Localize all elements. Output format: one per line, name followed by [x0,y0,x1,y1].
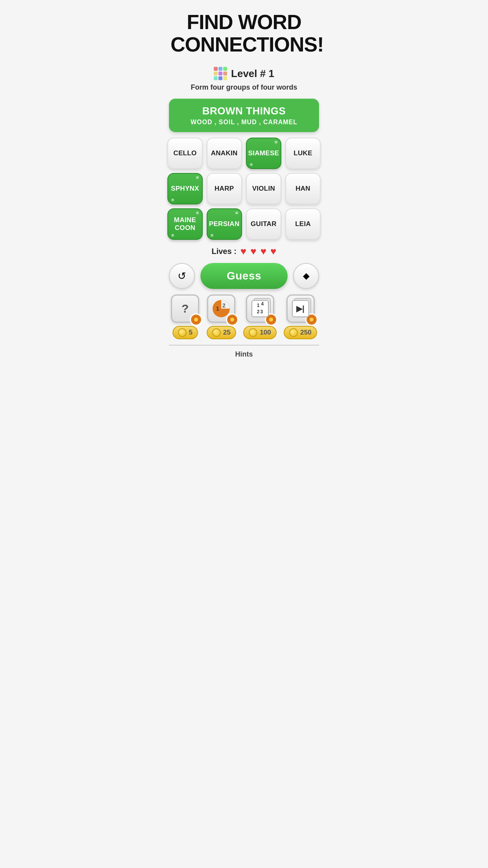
tile-leia[interactable]: LEIA [285,208,321,240]
tile-anakin[interactable]: ANAKIN [207,138,242,169]
tile-harp[interactable]: HARP [207,173,242,204]
tile-cello-label: CELLO [173,149,196,157]
tile-harp-label: HARP [215,185,234,193]
grid-cell-2 [218,67,222,71]
lives-row: Lives : ♥ ♥ ♥ ♥ [163,245,325,257]
hint-reveal[interactable]: ? 5 [171,294,199,339]
svg-text:2: 2 [222,302,226,309]
hint-skip[interactable]: ▶| 250 [284,294,317,339]
tile-siamese-label: SIAMESE [248,149,279,157]
tile-persian[interactable]: PERSIAN [207,208,242,240]
level-row: Level # 1 [163,67,325,80]
tile-maine-coon-label: MAINE COON [174,216,196,232]
guess-button[interactable]: Guess [200,263,288,289]
tile-sphynx-label: SPHYNX [171,185,199,193]
grid-cell-5 [218,72,222,75]
erase-button[interactable]: ◆ [293,263,319,289]
tile-siamese[interactable]: SIAMESE [246,138,282,169]
shuffle-icon: ↺ [178,270,186,282]
hint-reveal-cost: 5 [172,326,198,339]
hint-numgrid[interactable]: 1 4 2 3 [243,294,276,339]
hint-skip-cost: 250 [284,326,317,339]
tile-violin[interactable]: VIOLIN [246,173,282,204]
hint-pie-cost: 25 [207,326,236,339]
svg-point-6 [230,318,234,322]
tile-violin-label: VIOLIN [252,185,275,193]
completed-category-banner: BROWN THINGS WOOD , SOIL , MUD , CARAMEL [169,99,319,132]
svg-point-1 [194,318,198,322]
hint-reveal-cost-label: 5 [189,329,193,337]
level-grid-icon [214,67,227,80]
svg-point-10 [310,318,314,322]
heart-1: ♥ [240,245,246,257]
tile-guitar-label: GUITAR [251,220,277,228]
coin-icon-2 [212,328,221,337]
grid-cell-4 [214,72,218,75]
tile-guitar[interactable]: GUITAR [246,208,282,240]
hint-pie-cost-label: 25 [223,329,231,337]
tile-anakin-label: ANAKIN [211,149,238,157]
hint-pie-badge [226,313,238,326]
hint-pie[interactable]: 1 2 25 [207,294,236,339]
grid-cell-3 [223,67,227,71]
hints-section-label: Hints [163,350,325,359]
coin-icon-1 [178,328,187,337]
grid-cell-8 [218,76,222,80]
action-row: ↺ Guess ◆ [169,263,319,289]
coin-icon-4 [289,328,298,337]
word-grid: CELLO ANAKIN SIAMESE LUKE SPHYNX HARP VI… [167,138,321,240]
tile-maine-coon[interactable]: MAINE COON [167,208,203,240]
grid-cell-6 [223,72,227,75]
page-container: FIND WORD CONNECTIONS! Level # 1 Form fo… [163,0,325,359]
hint-reveal-badge [190,313,202,326]
heart-4: ♥ [270,245,276,257]
page-title: FIND WORD CONNECTIONS! [163,0,325,60]
tile-han-label: HAN [295,185,310,193]
tile-leia-label: LEIA [295,220,311,228]
game-subtitle: Form four groups of four words [163,83,325,92]
tile-cello[interactable]: CELLO [167,138,203,169]
tile-han[interactable]: HAN [285,173,321,204]
hint-numgrid-cost-label: 100 [260,329,271,337]
heart-3: ♥ [261,245,266,257]
grid-cell-7 [214,76,218,80]
category-title: BROWN THINGS [177,105,311,117]
grid-cell-9 [223,76,227,80]
shuffle-button[interactable]: ↺ [169,263,195,289]
hints-divider [169,345,319,346]
erase-icon: ◆ [303,271,310,281]
grid-cell-1 [214,67,218,71]
coin-icon-3 [249,328,257,337]
hints-section: ? 5 [167,294,321,339]
svg-text:1: 1 [216,305,219,312]
lives-label: Lives : [211,247,236,256]
tile-luke-label: LUKE [294,149,312,157]
tile-sphynx[interactable]: SPHYNX [167,173,203,204]
level-label: Level # 1 [231,68,274,80]
hint-numgrid-cost: 100 [243,326,276,339]
heart-2: ♥ [250,245,256,257]
hint-skip-cost-label: 250 [300,329,311,337]
svg-point-8 [269,318,273,322]
tile-luke[interactable]: LUKE [285,138,321,169]
tile-persian-label: PERSIAN [209,220,240,228]
category-words: WOOD , SOIL , MUD , CARAMEL [177,119,311,126]
